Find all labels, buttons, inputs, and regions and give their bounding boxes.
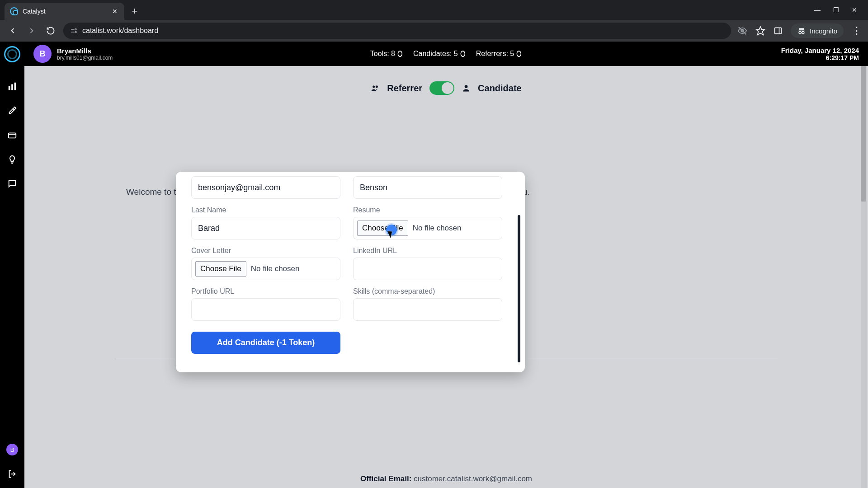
svg-rect-9 bbox=[14, 83, 16, 90]
stat-referrers: Referrers: 5 bbox=[476, 50, 522, 58]
cover-letter-file-status: No file chosen bbox=[251, 264, 300, 273]
skills-label: Skills (comma-separated) bbox=[353, 287, 502, 296]
stat-candidates: Candidates: 5 bbox=[413, 50, 466, 58]
last-name-label: Last Name bbox=[191, 206, 340, 214]
linkedin-url-field[interactable] bbox=[353, 258, 502, 280]
resume-file-input[interactable]: Choose File No file chosen bbox=[353, 217, 502, 239]
skills-field[interactable] bbox=[353, 298, 502, 321]
user-email: bry.mills01@gmail.com bbox=[57, 55, 113, 61]
sidebar-chat-icon[interactable] bbox=[6, 178, 18, 190]
maximize-icon[interactable]: ❐ bbox=[833, 6, 839, 14]
hide-eye-icon[interactable] bbox=[737, 26, 747, 36]
resume-file-status: No file chosen bbox=[413, 224, 462, 233]
svg-rect-10 bbox=[9, 133, 16, 138]
tab-favicon-icon bbox=[10, 7, 18, 15]
new-tab-button[interactable]: + bbox=[128, 5, 142, 18]
coin-icon bbox=[460, 51, 465, 57]
reload-icon[interactable] bbox=[44, 24, 57, 37]
portfolio-url-label: Portfolio URL bbox=[191, 287, 340, 296]
add-candidate-button[interactable]: Add Candidate (-1 Token) bbox=[191, 332, 340, 354]
topbar: B BryanMills bry.mills01@gmail.com Tools… bbox=[24, 42, 868, 66]
cover-letter-file-input[interactable]: Choose File No file chosen bbox=[191, 258, 340, 280]
svg-point-1 bbox=[75, 32, 76, 33]
svg-point-5 bbox=[799, 32, 801, 34]
site-settings-icon[interactable] bbox=[70, 27, 78, 35]
svg-rect-4 bbox=[775, 28, 782, 33]
first-name-field[interactable] bbox=[353, 176, 502, 199]
current-time: 6:29:17 PM bbox=[781, 54, 859, 61]
sidebar-wallet-icon[interactable] bbox=[6, 129, 18, 141]
sidebar-dashboard-icon[interactable] bbox=[6, 80, 18, 92]
resume-choose-file-button[interactable]: Choose File bbox=[357, 221, 408, 236]
minimize-icon[interactable]: — bbox=[814, 6, 821, 14]
svg-point-6 bbox=[802, 32, 804, 34]
svg-rect-7 bbox=[9, 86, 10, 90]
portfolio-url-field[interactable] bbox=[191, 298, 340, 321]
sidebar-ideas-icon[interactable] bbox=[6, 154, 18, 165]
side-panel-icon[interactable] bbox=[774, 26, 783, 35]
resume-label: Resume bbox=[353, 206, 502, 214]
browser-menu-icon[interactable]: ⋮ bbox=[852, 25, 862, 37]
sidebar-tools-icon[interactable] bbox=[6, 105, 18, 117]
app-logo-icon[interactable] bbox=[4, 46, 20, 62]
address-bar[interactable]: catalist.work/dashboard bbox=[63, 23, 731, 39]
svg-rect-8 bbox=[11, 84, 13, 90]
svg-marker-3 bbox=[756, 27, 764, 35]
email-field[interactable] bbox=[191, 176, 340, 199]
svg-point-0 bbox=[75, 29, 76, 30]
add-candidate-modal: Last Name Resume Choose File No file cho… bbox=[176, 172, 525, 372]
browser-tab[interactable]: Catalyst ✕ bbox=[5, 3, 124, 20]
sidebar-logout-icon[interactable] bbox=[6, 468, 18, 480]
cover-letter-choose-file-button[interactable]: Choose File bbox=[195, 261, 246, 277]
back-icon[interactable] bbox=[6, 24, 19, 37]
bookmark-star-icon[interactable] bbox=[755, 26, 765, 36]
current-date: Friday, January 12, 2024 bbox=[781, 47, 859, 54]
url-text: catalist.work/dashboard bbox=[82, 27, 158, 35]
incognito-label: Incognito bbox=[810, 27, 837, 35]
sidebar: B bbox=[0, 42, 24, 488]
stat-tools: Tools: 8 bbox=[370, 50, 403, 58]
coin-icon bbox=[398, 51, 403, 57]
tab-close-icon[interactable]: ✕ bbox=[111, 7, 119, 15]
close-window-icon[interactable]: ✕ bbox=[852, 6, 857, 14]
linkedin-url-label: LinkedIn URL bbox=[353, 247, 502, 255]
forward-icon bbox=[25, 24, 38, 37]
incognito-icon bbox=[797, 26, 806, 35]
tab-title: Catalyst bbox=[23, 8, 106, 15]
user-name: BryanMills bbox=[57, 47, 113, 55]
user-block[interactable]: B BryanMills bry.mills01@gmail.com bbox=[33, 45, 113, 63]
cover-letter-label: Cover Letter bbox=[191, 247, 340, 255]
avatar: B bbox=[33, 45, 52, 63]
last-name-field[interactable] bbox=[191, 217, 340, 239]
incognito-badge[interactable]: Incognito bbox=[791, 23, 844, 38]
coin-icon bbox=[517, 51, 522, 57]
sidebar-avatar[interactable]: B bbox=[6, 444, 18, 455]
modal-scrollbar-thumb[interactable] bbox=[518, 215, 520, 362]
